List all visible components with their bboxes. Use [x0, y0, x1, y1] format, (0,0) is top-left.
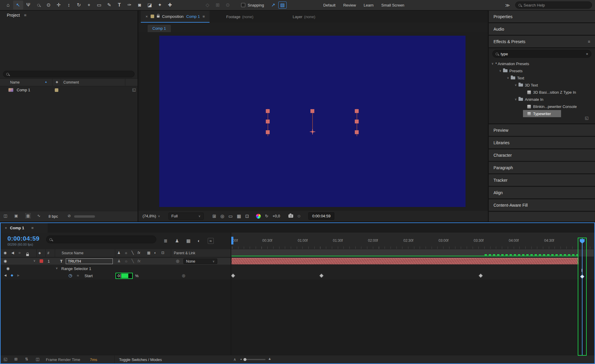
pixel-aspect-icon[interactable]: ⊡ [245, 214, 249, 218]
tree-item-text[interactable]: ∨ Text [489, 74, 595, 81]
new-folder-icon[interactable]: ▣ [14, 214, 18, 218]
mask-visibility-icon[interactable]: ◎ [220, 214, 224, 218]
range-selector-label[interactable]: Range Selector 1 [61, 266, 91, 271]
start-value-field[interactable]: 0 [115, 273, 133, 279]
resolution-dropdown[interactable]: Full ∨ [168, 213, 204, 220]
horizontal-scrollbar[interactable] [74, 215, 95, 218]
layer-color-swatch[interactable] [40, 259, 43, 263]
effects-search[interactable]: × [492, 50, 591, 58]
panel-header-effects-presets[interactable]: Effects & Presets ≡ [489, 36, 595, 47]
shape-tool[interactable]: ▭ [94, 1, 104, 10]
start-property-row[interactable]: ◀ ◆ ▶ ◷ ≈ Start 0 % ◎ [1, 272, 231, 280]
composition-mini-flowchart-icon[interactable]: ≣ [164, 239, 168, 243]
panel-menu-icon[interactable]: ≡ [588, 40, 590, 44]
zoom-in-mountain-icon[interactable]: ▲ [268, 357, 271, 360]
clone-stamp-tool[interactable]: ◙ [135, 1, 145, 10]
selector-eye-icon[interactable]: ◉ [6, 266, 10, 270]
keyframe[interactable] [319, 274, 324, 278]
axis-view-button[interactable]: ⊙ [223, 1, 233, 10]
character-handle[interactable] [355, 109, 359, 113]
project-search[interactable] [3, 71, 135, 77]
expression-graph-icon[interactable]: ≈ [77, 274, 79, 277]
chevron-down-icon[interactable]: ∨ [515, 84, 517, 87]
render-settings-icon[interactable]: ◫ [36, 357, 39, 361]
panel-menu-icon[interactable]: ≡ [31, 226, 34, 230]
selector-expand-chevron-icon[interactable]: ∨ [56, 267, 58, 270]
comment-column-label[interactable]: Comment [63, 80, 79, 84]
playhead-line[interactable] [582, 238, 582, 355]
lock-icon[interactable] [157, 15, 160, 18]
viewer-timecode[interactable]: 0:00:04:59 [308, 212, 334, 220]
range-selector-row[interactable]: ◉ ∨ Range Selector 1 [1, 265, 231, 272]
show-snapshot-icon[interactable]: ⊙ [297, 214, 301, 218]
current-time-indicator-highlight[interactable]: I [578, 238, 587, 356]
mask-feather-button[interactable]: ↗ [268, 1, 278, 10]
layer-duration-bar[interactable] [232, 258, 579, 264]
character-handle[interactable] [355, 130, 359, 134]
character-handle[interactable] [266, 109, 270, 113]
tree-item-animation-presets[interactable]: ∨ * Animation Presets [489, 60, 595, 67]
timeline-zoom-knob[interactable] [243, 358, 246, 361]
tab-composition[interactable]: × Composition Comp 1 ≡ [141, 11, 210, 23]
timeline-search-input[interactable] [54, 237, 153, 242]
exposure-offset-value[interactable]: +0,0 [272, 214, 280, 218]
timeline-search[interactable] [46, 236, 156, 243]
close-icon[interactable]: × [146, 15, 148, 18]
work-area-start-handle[interactable] [231, 237, 233, 244]
eraser-tool[interactable]: ◪ [145, 1, 155, 10]
zoom-out-mountain-icon[interactable]: ▲ [240, 358, 242, 360]
snapping-control[interactable]: Snapping [241, 3, 264, 7]
panel-header-partial[interactable] [489, 212, 595, 222]
layer-row[interactable]: ◉ ∨ 1 T TRUTH ♟ ☼ ╲ fx ◎ None ∨ [1, 258, 231, 265]
help-search[interactable] [515, 1, 592, 9]
roto-brush-tool[interactable]: ✦ [155, 1, 165, 10]
layer-video-eye-icon[interactable]: ◉ [4, 259, 7, 263]
orbit-camera-tool[interactable]: ⊙ [43, 1, 54, 10]
character-handle[interactable] [266, 130, 270, 134]
chevron-down-icon[interactable]: ∨ [491, 62, 494, 65]
pan-behind-tool[interactable]: ⌖ [84, 1, 94, 10]
hand-tool[interactable]: Ψ [23, 1, 33, 10]
current-timecode[interactable]: 0:00:04:59 [7, 235, 40, 242]
character-handle[interactable] [310, 109, 314, 113]
waveform-icon[interactable]: ∿ [37, 214, 40, 218]
panel-header-libraries[interactable]: Libraries [489, 137, 595, 148]
panel-header-paragraph[interactable]: Paragraph [489, 162, 595, 173]
project-panel-menu-icon[interactable]: ≡ [24, 13, 26, 17]
snapping-checkbox[interactable] [241, 3, 245, 7]
comp-pill-tab[interactable]: Comp 1 [148, 25, 171, 32]
layer-expand-chevron-icon[interactable]: ∨ [33, 259, 35, 262]
dolly-camera-tool[interactable]: ↕ [64, 1, 74, 10]
keyframe[interactable] [479, 274, 483, 278]
workspace-small-screen[interactable]: Small Screen [377, 3, 408, 7]
stopwatch-icon[interactable]: ◷ [68, 273, 72, 277]
parent-pickwhip-icon[interactable]: ◎ [176, 259, 179, 263]
sort-ascending-icon[interactable]: ▲ [45, 81, 47, 83]
selection-tool[interactable]: ↖ [13, 1, 23, 10]
parent-link-column-label[interactable]: Parent & Link [174, 251, 195, 255]
project-item-name[interactable]: Comp 1 [17, 88, 30, 92]
clear-search-icon[interactable]: × [586, 52, 588, 56]
brush-tool[interactable]: ✑ [124, 1, 135, 10]
source-name-column-label[interactable]: Source Name [62, 251, 83, 255]
frame-blending-icon[interactable]: ▦ [186, 239, 190, 243]
puppet-tool[interactable]: ✚ [165, 1, 175, 10]
rotation-tool[interactable]: ↻ [74, 1, 84, 10]
grid-guides-icon[interactable]: ⊞ [213, 214, 216, 218]
workspace-overflow-icon[interactable]: ≫ [505, 3, 510, 7]
transparency-grid-icon[interactable]: ▦ [237, 214, 241, 218]
motion-blur-icon[interactable]: ◐ [198, 239, 200, 243]
pen-tool[interactable]: ✎ [104, 1, 114, 10]
axis-local-button[interactable]: ◇ [202, 1, 213, 10]
tree-item-blinking-typewriter-console[interactable]: Blinkin...pewriter Console [489, 103, 595, 110]
keyframe[interactable] [231, 274, 235, 278]
panel-header-properties[interactable]: Properties [489, 11, 595, 22]
layer-name-field[interactable]: TRUTH [66, 258, 113, 264]
tree-item-animate-in[interactable]: ∨ Animate In [489, 96, 595, 103]
magnification-dropdown[interactable]: (74,8%) ∨ [143, 214, 160, 218]
bpc-button[interactable]: 8 bpc [49, 214, 58, 219]
home-button[interactable]: ⌂ [3, 1, 13, 10]
panel-header-align[interactable]: Align [489, 187, 595, 198]
parent-dropdown[interactable]: None ∨ [183, 258, 217, 264]
layer-shy-switch-icon[interactable]: ♟ [117, 259, 121, 263]
